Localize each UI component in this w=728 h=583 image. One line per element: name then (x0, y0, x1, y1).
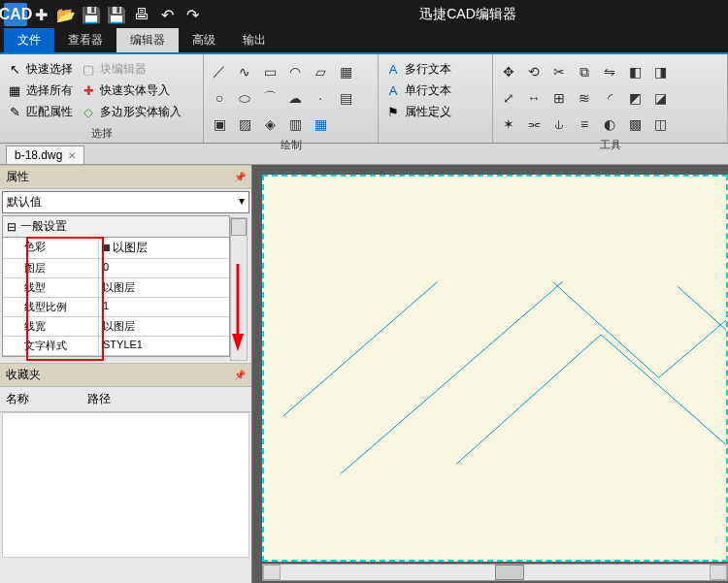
mirror-icon[interactable]: ⇋ (600, 63, 619, 81)
explode-icon[interactable]: ✶ (499, 115, 518, 133)
tab-viewer[interactable]: 查看器 (54, 28, 116, 52)
tool-g-icon[interactable]: ◫ (650, 115, 670, 133)
open-icon[interactable]: 📂 (54, 3, 78, 26)
stretch-icon[interactable]: ↔ (524, 89, 544, 107)
trim-icon[interactable]: ✂ (549, 63, 569, 81)
group-tools-label: 工具 (497, 136, 723, 154)
line-icon[interactable]: ／ (210, 63, 229, 81)
tool-d-icon[interactable]: ◪ (650, 89, 670, 107)
scroll-right-icon[interactable] (710, 565, 727, 580)
fillet-icon[interactable]: ◜ (600, 89, 619, 107)
pin-icon[interactable]: 📌 (234, 172, 246, 182)
break-icon[interactable]: ⫝ (549, 115, 569, 133)
array-icon[interactable]: ⊞ (549, 89, 569, 107)
circle-icon[interactable]: ○ (210, 89, 229, 107)
scroll-left-icon[interactable] (263, 565, 281, 580)
stext-button[interactable]: A单行文本 (382, 81, 454, 100)
tab-file[interactable]: 文件 (4, 28, 54, 52)
color-swatch-icon (103, 244, 110, 251)
sidebar: 属性 📌 默认值 ▾ ⊟一般设置 色彩以图层 图层0 线型以图层 线型比例1 线… (0, 165, 252, 583)
svg-line-7 (659, 320, 726, 377)
svg-line-8 (678, 287, 726, 330)
tool-e-icon[interactable]: ◐ (600, 115, 619, 133)
saveas-icon[interactable]: 💾 (105, 3, 128, 26)
draw-row3: ▣ ▨ ◈ ▥ ▦ (208, 113, 374, 136)
polyline-icon[interactable]: ∿ (235, 63, 254, 81)
polygon-entity-button[interactable]: ◇多边形实体输入 (78, 103, 184, 121)
drawing-canvas[interactable] (262, 175, 728, 562)
tab-output[interactable]: 输出 (229, 28, 280, 52)
tool4-icon[interactable]: ▥ (285, 115, 305, 133)
tool-c-icon[interactable]: ◩ (625, 89, 645, 107)
quick-select-button[interactable]: ↖快速选择 (4, 60, 76, 79)
align-icon[interactable]: ≡ (575, 115, 594, 133)
import-entity-button[interactable]: ✚快速实体导入 (78, 81, 184, 100)
cloud-icon[interactable]: ☁ (285, 89, 305, 107)
import-icon: ✚ (81, 83, 96, 99)
mtext-button[interactable]: A多行文本 (382, 60, 454, 79)
copy-icon[interactable]: ⧉ (575, 63, 594, 81)
prop-row-lweight[interactable]: 线宽以图层 (3, 317, 229, 337)
favs-header[interactable]: 收藏夹 📌 (0, 363, 251, 387)
pin-icon[interactable]: 📌 (234, 370, 246, 380)
tab-advanced[interactable]: 高级 (179, 28, 229, 52)
spline-icon[interactable]: ⌒ (260, 89, 280, 107)
favs-columns: 名称 路径 (0, 387, 251, 412)
default-dropdown[interactable]: 默认值 ▾ (2, 191, 249, 213)
tab-editor[interactable]: 编辑器 (116, 28, 179, 52)
close-tab-icon[interactable]: ✕ (68, 150, 76, 161)
col-name: 名称 (6, 391, 29, 407)
new-icon[interactable]: ✚ (29, 3, 52, 26)
arc-icon[interactable]: ◠ (285, 63, 305, 81)
ellipse-icon[interactable]: ⬭ (235, 89, 254, 107)
tool2-icon[interactable]: ▨ (235, 115, 254, 133)
block-editor-button: ▢块编辑器 (78, 60, 184, 79)
polygon-icon: ◇ (81, 105, 96, 120)
offset-icon[interactable]: ≋ (575, 89, 594, 107)
move-icon[interactable]: ✥ (499, 63, 518, 81)
region-icon[interactable]: ▤ (336, 89, 355, 107)
prop-row-ltype[interactable]: 线型以图层 (3, 278, 229, 298)
block-icon: ▢ (81, 62, 96, 78)
prop-row-lscale[interactable]: 线型比例1 (3, 298, 229, 317)
save-icon[interactable]: 💾 (80, 3, 103, 26)
tool-a-icon[interactable]: ◧ (625, 63, 645, 81)
app-icon: CAD (4, 3, 27, 26)
stext-icon: A (385, 83, 401, 99)
file-tab[interactable]: b-18.dwg ✕ (6, 146, 84, 164)
scale-icon[interactable]: ⤢ (499, 89, 518, 107)
attrdef-button[interactable]: ⚑属性定义 (382, 103, 454, 121)
tool1-icon[interactable]: ▣ (210, 115, 229, 133)
tool-b-icon[interactable]: ◨ (650, 63, 670, 81)
rect-icon[interactable]: ▭ (260, 63, 280, 81)
menu-tabs: 文件 查看器 编辑器 高级 输出 (0, 29, 728, 54)
group-text-label (382, 127, 488, 143)
file-tab-label: b-18.dwg (15, 148, 62, 162)
scroll-thumb[interactable] (495, 565, 524, 580)
tool3-icon[interactable]: ◈ (260, 115, 280, 133)
favs-list[interactable] (2, 412, 249, 558)
ribbon: ↖快速选择 ▦选择所有 ✎匹配属性 ▢块编辑器 ✚快速实体导入 ◇多边形实体输入… (0, 54, 728, 144)
print-icon[interactable]: 🖶 (130, 3, 153, 26)
match-props-button[interactable]: ✎匹配属性 (4, 103, 76, 121)
prop-row-tstyle[interactable]: 文字样式STYLE1 (3, 337, 229, 356)
prop-row-color[interactable]: 色彩以图层 (3, 238, 229, 259)
join-icon[interactable]: ⫘ (524, 115, 544, 133)
svg-line-3 (341, 282, 562, 474)
select-all-button[interactable]: ▦选择所有 (4, 81, 76, 100)
redo-icon[interactable]: ↷ (181, 3, 204, 26)
hatch-icon[interactable]: ▦ (336, 63, 355, 81)
shape-icon[interactable]: ▱ (311, 63, 330, 81)
props-header[interactable]: 属性 📌 (0, 165, 251, 189)
attr-icon: ⚑ (385, 105, 401, 120)
rotate-icon[interactable]: ⟲ (524, 63, 544, 81)
point-icon[interactable]: · (311, 89, 330, 107)
tool-row2: ⤢↔⊞ ≋◜◩◪ (497, 86, 723, 110)
undo-icon[interactable]: ↶ (155, 3, 179, 26)
prop-row-layer[interactable]: 图层0 (3, 259, 229, 278)
tool-f-icon[interactable]: ▩ (625, 115, 645, 133)
tool5-icon[interactable]: ▦ (311, 115, 330, 133)
canvas-area (252, 165, 728, 583)
h-scrollbar[interactable] (262, 564, 728, 581)
prop-section[interactable]: ⊟一般设置 (3, 216, 229, 238)
